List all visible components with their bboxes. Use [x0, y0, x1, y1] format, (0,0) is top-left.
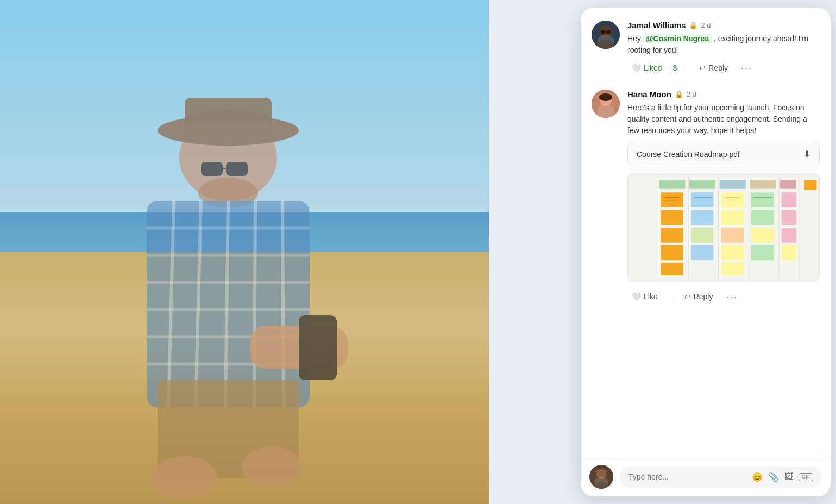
time-ago: 2 d [701, 21, 711, 29]
image-button[interactable]: 🖼 [784, 472, 793, 482]
download-icon[interactable]: ⬇ [803, 149, 810, 159]
current-user-avatar [589, 465, 613, 489]
svg-rect-55 [691, 245, 714, 260]
more-options-button[interactable]: ··· [741, 63, 752, 73]
action-bar: 🤍 Liked 3 ↩ Reply ··· [627, 61, 820, 74]
emoji-button[interactable]: 😊 [752, 472, 763, 482]
svg-point-33 [599, 93, 612, 101]
svg-rect-44 [720, 180, 746, 189]
svg-rect-57 [721, 210, 744, 225]
input-area: 😊 📎 🖼 GIF [581, 457, 831, 496]
comment-content: Hana Moon 🔒 2 d Here's a little tip for … [627, 90, 820, 303]
svg-rect-66 [782, 210, 797, 225]
lock-icon: 🔒 [675, 90, 683, 98]
comment-header: Hana Moon 🔒 2 d [627, 90, 820, 99]
svg-rect-54 [691, 228, 714, 243]
message-input-wrapper[interactable]: 😊 📎 🖼 GIF [620, 467, 822, 488]
svg-line-13 [282, 201, 284, 407]
svg-rect-63 [751, 228, 774, 243]
svg-rect-51 [661, 263, 683, 275]
action-bar: 🤍 Like ↩ Reply ··· [627, 290, 820, 303]
svg-rect-42 [659, 180, 685, 189]
svg-point-23 [152, 456, 217, 500]
sticky-notes-image [628, 173, 819, 282]
svg-rect-68 [782, 245, 797, 260]
like-label: Liked [644, 64, 662, 72]
comment-content: Jamal Williams 🔒 2 d Hey @Cosmin Negrea … [627, 21, 820, 74]
like-label: Like [644, 292, 658, 301]
like-button[interactable]: 🤍 Like [627, 290, 662, 303]
svg-rect-65 [782, 192, 797, 207]
svg-line-12 [254, 201, 255, 407]
svg-rect-64 [751, 245, 774, 260]
mention: @Cosmin Negrea [643, 34, 712, 43]
comment-text: Here's a little tip for your upcoming la… [627, 102, 820, 136]
heart-icon: 🤍 [632, 292, 641, 301]
svg-rect-56 [721, 192, 744, 207]
comment-item: Hana Moon 🔒 2 d Here's a little tip for … [592, 90, 820, 303]
svg-rect-46 [780, 180, 796, 189]
svg-rect-47 [661, 192, 683, 207]
svg-rect-49 [661, 228, 683, 243]
svg-rect-60 [721, 263, 744, 275]
svg-rect-5 [226, 162, 248, 176]
svg-point-25 [592, 21, 620, 49]
svg-point-30 [597, 40, 614, 49]
like-button[interactable]: 🤍 Liked [627, 61, 666, 74]
lock-icon: 🔒 [689, 21, 697, 29]
chat-scroll-area: Jamal Williams 🔒 2 d Hey @Cosmin Negrea … [581, 8, 831, 457]
image-attachment[interactable] [627, 173, 820, 282]
svg-rect-43 [689, 180, 715, 189]
chat-panel: Jamal Williams 🔒 2 d Hey @Cosmin Negrea … [581, 8, 831, 496]
svg-rect-48 [661, 210, 683, 225]
svg-point-75 [589, 465, 613, 489]
reply-label: Reply [708, 64, 728, 72]
time-ago: 2 d [687, 90, 696, 98]
svg-rect-67 [782, 228, 797, 243]
svg-rect-53 [691, 210, 714, 225]
svg-rect-27 [601, 30, 605, 34]
svg-point-78 [595, 469, 607, 474]
svg-rect-45 [750, 180, 776, 189]
attachment-box[interactable]: Course Creation Roadmap.pdf ⬇ [627, 142, 820, 166]
comment-header: Jamal Williams 🔒 2 d [627, 21, 820, 30]
svg-point-34 [598, 110, 614, 118]
avatar [592, 21, 620, 49]
author-name: Hana Moon [627, 90, 671, 99]
svg-rect-58 [721, 228, 744, 243]
reply-button[interactable]: ↩ Reply [680, 290, 718, 303]
attach-button[interactable]: 📎 [768, 472, 779, 482]
divider [686, 64, 686, 72]
author-name: Jamal Williams [627, 21, 686, 30]
svg-point-24 [242, 446, 301, 488]
divider [671, 292, 671, 301]
gif-button[interactable]: GIF [799, 473, 813, 481]
reply-label: Reply [694, 292, 713, 301]
avatar [592, 90, 620, 118]
reply-icon: ↩ [699, 64, 706, 72]
reply-button[interactable]: ↩ Reply [695, 61, 732, 74]
svg-rect-50 [661, 245, 683, 260]
svg-rect-69 [804, 180, 816, 190]
svg-rect-3 [185, 98, 272, 136]
message-input[interactable] [628, 472, 746, 481]
reply-icon: ↩ [684, 292, 691, 301]
comment-text: Hey @Cosmin Negrea , exciting journey ah… [627, 33, 820, 56]
like-count: 3 [672, 64, 677, 72]
svg-rect-52 [691, 192, 714, 207]
svg-rect-4 [201, 162, 223, 176]
svg-point-77 [594, 482, 608, 489]
comment-item: Jamal Williams 🔒 2 d Hey @Cosmin Negrea … [592, 21, 820, 74]
svg-rect-61 [751, 192, 774, 207]
svg-rect-21 [299, 315, 337, 380]
attachment-name: Course Creation Roadmap.pdf [637, 150, 740, 159]
svg-rect-62 [751, 210, 774, 225]
svg-rect-59 [721, 245, 744, 260]
heart-icon: 🤍 [632, 64, 641, 72]
svg-rect-28 [606, 30, 611, 34]
more-options-button[interactable]: ··· [726, 292, 737, 301]
background-photo [0, 0, 489, 504]
